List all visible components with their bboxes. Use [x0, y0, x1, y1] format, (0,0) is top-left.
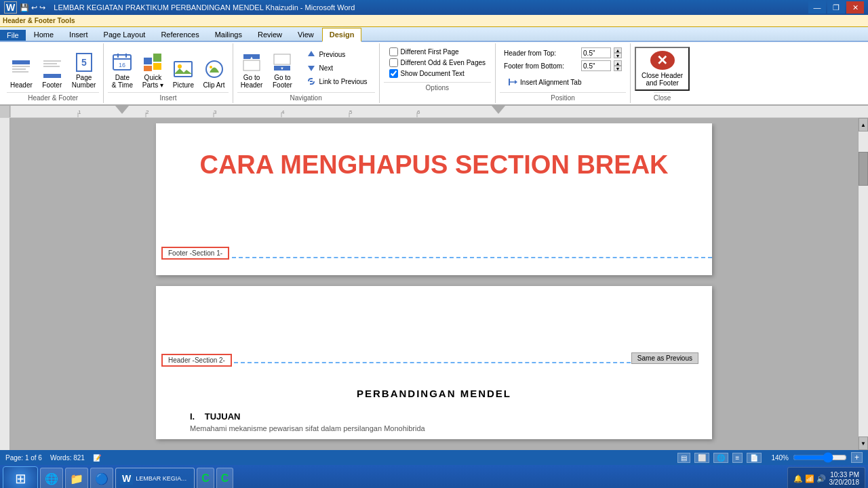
svg-text:4: 4: [281, 109, 285, 115]
header-from-top-input[interactable]: [581, 47, 611, 58]
footer-button[interactable]: Footer: [38, 50, 66, 91]
taskbar-browser-button[interactable]: 🌐: [40, 468, 63, 488]
taskbar-ie-button[interactable]: 🔵: [90, 468, 113, 488]
different-odd-even-option[interactable]: Different Odd & Even Pages: [389, 58, 486, 67]
browser-icon: 🌐: [45, 472, 58, 485]
tab-references[interactable]: References: [153, 28, 206, 41]
insert-alignment-tab-label: Insert Alignment Tab: [520, 79, 581, 86]
status-bar-left: Page: 1 of 6 Words: 821 📝: [5, 454, 101, 462]
header-footer-buttons: Header Footer 5 PageNumber: [7, 45, 99, 91]
show-document-text-option[interactable]: Show Document Text: [389, 69, 486, 78]
tab-file[interactable]: File: [0, 30, 26, 41]
tab-home[interactable]: Home: [26, 28, 61, 41]
go-to-header-button[interactable]: ▲ Go toHeader: [237, 50, 267, 91]
clip-art-icon: [203, 58, 225, 80]
next-label: Next: [319, 64, 333, 72]
scroll-down-button[interactable]: ▼: [859, 436, 868, 450]
svg-rect-4: [43, 60, 61, 62]
window-close-button[interactable]: ✕: [846, 1, 864, 14]
full-screen-button[interactable]: ⬜: [694, 453, 709, 463]
tab-page-layout[interactable]: Page Layout: [96, 28, 153, 41]
position-group-label: Position: [500, 92, 626, 102]
previous-button[interactable]: Previous: [302, 48, 370, 60]
contextual-tab-row: Header & Footer Tools: [0, 15, 868, 27]
go-to-footer-icon: ▼: [271, 52, 293, 73]
header-icon: [10, 58, 32, 80]
svg-rect-16: [153, 54, 161, 62]
show-document-text-checkbox[interactable]: [389, 69, 398, 78]
explorer-icon: 📁: [70, 472, 83, 485]
scroll-thumb[interactable]: [859, 152, 868, 186]
minimize-button[interactable]: —: [808, 1, 826, 14]
group-insert: 16 Date& Time QuickParts ▾ Picture: [104, 43, 233, 103]
footer-bottom-spin-up[interactable]: ▲: [614, 60, 622, 66]
group-header-footer: Header Footer 5 PageNumber Header & Foot…: [3, 43, 104, 103]
tab-design[interactable]: Design: [322, 28, 362, 42]
tujuan-heading: I. TUJUAN: [190, 411, 678, 422]
svg-text:3: 3: [214, 109, 217, 115]
start-button[interactable]: ⊞: [3, 466, 38, 488]
prev-next-col: Previous Next Link to Previous: [298, 45, 374, 91]
header-top-spin-up[interactable]: ▲: [614, 47, 622, 53]
go-to-footer-button[interactable]: ▼ Go toFooter: [268, 50, 296, 91]
footer-from-bottom-input[interactable]: [581, 60, 611, 71]
tujuan-text: Memahami mekanisme pewarisan sifat dalam…: [190, 424, 678, 432]
quick-parts-button[interactable]: QuickParts ▾: [138, 50, 167, 91]
taskbar-app2-button[interactable]: C: [216, 468, 234, 488]
tab-review[interactable]: Review: [250, 28, 290, 41]
draft-view-button[interactable]: 📄: [747, 453, 762, 463]
different-first-page-option[interactable]: Different First Page: [389, 47, 486, 56]
taskbar-explorer-button[interactable]: 📁: [65, 468, 88, 488]
taskbar-app1-button[interactable]: C: [197, 468, 214, 488]
scroll-up-button[interactable]: ▲: [859, 118, 868, 131]
go-to-header-icon: ▲: [241, 52, 262, 73]
header-footer-group-label: Header & Footer: [7, 92, 99, 102]
date-time-button[interactable]: 16 Date& Time: [108, 50, 136, 91]
header-button[interactable]: Header: [7, 50, 36, 91]
svg-rect-0: [12, 60, 30, 64]
word-logo-icon: W: [4, 1, 17, 14]
link-to-previous-button[interactable]: Link to Previous: [302, 75, 370, 87]
page-2: Header -Section 2- Same as Previous PERB…: [156, 286, 712, 439]
close-header-footer-button[interactable]: ✕ Close Headerand Footer: [635, 47, 690, 91]
quick-access-toolbar: 💾 ↩ ↪: [20, 3, 45, 12]
different-odd-even-checkbox[interactable]: [389, 58, 398, 67]
tab-view[interactable]: View: [290, 28, 321, 41]
different-first-page-label: Different First Page: [401, 48, 459, 56]
picture-button[interactable]: Picture: [169, 50, 197, 91]
close-content: ✕ Close Headerand Footer: [635, 45, 690, 91]
app1-icon: C: [201, 472, 210, 485]
svg-text:▼: ▼: [280, 66, 284, 70]
header-top-spin-down[interactable]: ▼: [614, 53, 622, 58]
ie-icon: 🔵: [95, 472, 108, 485]
tab-mailings[interactable]: Mailings: [208, 28, 250, 41]
restore-button[interactable]: ❐: [827, 1, 845, 14]
insert-alignment-tab-button[interactable]: Insert Alignment Tab: [504, 76, 622, 88]
svg-marker-34: [515, 80, 517, 84]
svg-rect-2: [12, 68, 26, 70]
contextual-label: Header & Footer Tools: [3, 17, 75, 24]
zoom-in-button[interactable]: +: [851, 452, 863, 463]
footer-from-bottom-label: Footer from Bottom:: [504, 62, 578, 70]
footer-bottom-spin-down[interactable]: ▼: [614, 66, 622, 71]
left-indent-marker[interactable]: [115, 106, 129, 118]
outline-view-button[interactable]: ≡: [732, 453, 743, 463]
navigation-group-label: Navigation: [237, 92, 375, 102]
clip-art-button[interactable]: Clip Art: [199, 50, 228, 91]
right-indent-marker[interactable]: [492, 106, 505, 118]
show-document-text-label: Show Document Text: [401, 70, 465, 77]
svg-text:5: 5: [81, 57, 87, 68]
big-red-text: CARA MENGHAPUS SECTION BREAK: [156, 123, 712, 193]
perbandingan-mendel-heading: PERBANDINGAN MENDEL: [156, 374, 712, 405]
next-button[interactable]: Next: [302, 62, 370, 74]
vertical-scrollbar[interactable]: ▲ ▼: [858, 118, 868, 450]
tab-insert[interactable]: Insert: [62, 28, 96, 41]
page-number-button[interactable]: 5 PageNumber: [68, 50, 100, 91]
print-layout-button[interactable]: ▤: [677, 453, 690, 463]
different-first-page-checkbox[interactable]: [389, 47, 398, 56]
system-tray: 🔔 📶 🔊 10:33 PM 3/20/2018: [787, 467, 865, 488]
zoom-slider[interactable]: [793, 452, 847, 463]
left-vertical-ruler: [0, 118, 10, 450]
web-layout-button[interactable]: 🌐: [713, 453, 728, 463]
taskbar-word-button[interactable]: W LEMBAR KEGIATAN...: [115, 468, 195, 488]
